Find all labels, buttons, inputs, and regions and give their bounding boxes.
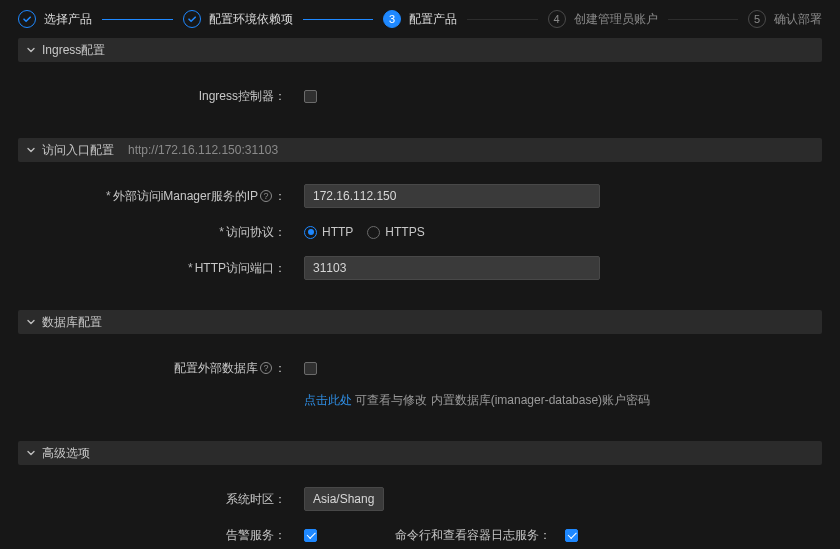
ingress-controller-label: Ingress控制器： [18, 88, 290, 105]
step-number: 3 [383, 10, 401, 28]
ingress-controller-checkbox[interactable] [304, 90, 317, 103]
external-ip-label: *外部访问iManager服务的IP?： [18, 188, 290, 205]
http-port-input[interactable] [304, 256, 600, 280]
chevron-down-icon [26, 145, 36, 155]
external-db-label: 配置外部数据库?： [18, 360, 290, 377]
section-body-ingress: Ingress控制器： [18, 62, 822, 138]
chevron-down-icon [26, 317, 36, 327]
section-header-db[interactable]: 数据库配置 [18, 310, 822, 334]
section-title: 高级选项 [42, 445, 90, 462]
stepper: 选择产品 配置环境依赖项 3 配置产品 4 创建管理员账户 5 确认部署 [0, 0, 840, 38]
section-body-access: *外部访问iManager服务的IP?： *访问协议： HTTP HTTPS [18, 162, 822, 310]
protocol-https-radio[interactable]: HTTPS [367, 225, 424, 239]
protocol-label: *访问协议： [18, 224, 290, 241]
step-3: 3 配置产品 [383, 10, 457, 28]
db-hint-link[interactable]: 点击此处 [304, 392, 352, 409]
step-connector [303, 19, 374, 20]
step-number: 4 [548, 10, 566, 28]
external-ip-input[interactable] [304, 184, 600, 208]
step-2: 配置环境依赖项 [183, 10, 293, 28]
db-hint-text: 可查看与修改 内置数据库(imanager-database)账户密码 [355, 392, 650, 409]
step-4: 4 创建管理员账户 [548, 10, 658, 28]
chevron-down-icon [26, 448, 36, 458]
section-header-advanced[interactable]: 高级选项 [18, 441, 822, 465]
step-number: 5 [748, 10, 766, 28]
timezone-input[interactable] [304, 487, 384, 511]
alert-service-label: 告警服务： [18, 527, 290, 544]
access-url: http://172.16.112.150:31103 [128, 143, 278, 157]
step-label: 配置环境依赖项 [209, 11, 293, 28]
protocol-https-text: HTTPS [385, 225, 424, 239]
section-body-db: 配置外部数据库?： 点击此处 可查看与修改 内置数据库(imanager-dat… [18, 334, 822, 427]
step-5: 5 确认部署 [748, 10, 822, 28]
db-hint: 点击此处 可查看与修改 内置数据库(imanager-database)账户密码 [18, 392, 822, 409]
step-label: 配置产品 [409, 11, 457, 28]
step-1: 选择产品 [18, 10, 92, 28]
http-port-label: *HTTP访问端口： [18, 260, 290, 277]
section-title: Ingress配置 [42, 42, 105, 59]
log-service-checkbox[interactable] [565, 529, 578, 542]
step-label: 确认部署 [774, 11, 822, 28]
timezone-label: 系统时区： [18, 491, 290, 508]
step-connector [102, 19, 173, 20]
radio-dot-icon [367, 226, 380, 239]
section-body-advanced: 系统时区： 告警服务： 命令行和查看容器日志服务： [18, 465, 822, 549]
chevron-down-icon [26, 45, 36, 55]
help-icon[interactable]: ? [260, 190, 272, 202]
content: Ingress配置 Ingress控制器： 访问入口配置 http://172.… [0, 38, 840, 549]
section-title: 数据库配置 [42, 314, 102, 331]
protocol-http-radio[interactable]: HTTP [304, 225, 353, 239]
protocol-http-text: HTTP [322, 225, 353, 239]
section-header-ingress[interactable]: Ingress配置 [18, 38, 822, 62]
log-service-label: 命令行和查看容器日志服务： [395, 527, 551, 544]
step-connector [668, 19, 739, 20]
alert-service-checkbox[interactable] [304, 529, 317, 542]
section-header-access[interactable]: 访问入口配置 http://172.16.112.150:31103 [18, 138, 822, 162]
external-db-checkbox[interactable] [304, 362, 317, 375]
help-icon[interactable]: ? [260, 362, 272, 374]
step-check-icon [183, 10, 201, 28]
step-check-icon [18, 10, 36, 28]
step-label: 选择产品 [44, 11, 92, 28]
step-label: 创建管理员账户 [574, 11, 658, 28]
section-title: 访问入口配置 [42, 142, 114, 159]
step-connector [467, 19, 538, 20]
radio-dot-icon [304, 226, 317, 239]
